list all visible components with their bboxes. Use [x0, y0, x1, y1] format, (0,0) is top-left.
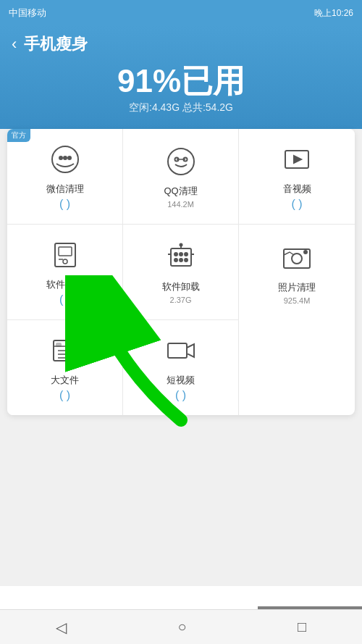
- uninstall-icon: [164, 240, 198, 275]
- svg-point-18: [174, 259, 177, 262]
- nav-recent-button[interactable]: □: [283, 613, 321, 641]
- uninstall-label: 软件卸载: [162, 280, 200, 293]
- svg-point-24: [180, 244, 182, 246]
- svg-point-15: [174, 253, 177, 256]
- uninstall-size: 2.37G: [170, 296, 192, 304]
- cache-label: 软件缓存: [46, 278, 84, 291]
- media-icon: [279, 142, 314, 177]
- grid-item-qq[interactable]: QQ清理 144.2M: [123, 129, 239, 225]
- header: ‹ 手机瘦身 91%已用 空闲:4.43G 总共:54.2G: [0, 26, 362, 129]
- photo-label: 照片清理: [278, 281, 316, 294]
- svg-point-17: [185, 253, 188, 256]
- qq-label: QQ清理: [164, 185, 197, 198]
- grid-item-photo[interactable]: 照片清理 925.4M: [239, 225, 355, 320]
- back-button[interactable]: ‹: [12, 35, 17, 54]
- svg-point-2: [64, 156, 67, 159]
- svg-rect-14: [171, 248, 191, 266]
- svg-point-12: [63, 259, 67, 264]
- svg-point-20: [185, 259, 188, 262]
- qq-icon: [164, 144, 198, 179]
- nav-back-button[interactable]: ◁: [41, 613, 81, 642]
- usage-detail: 空闲:4.43G 总共:54.2G: [12, 101, 350, 114]
- svg-point-1: [59, 156, 62, 159]
- nav-home-button[interactable]: ○: [163, 613, 201, 641]
- grid-item-shortvideo[interactable]: 短视频 ( ): [123, 320, 239, 415]
- svg-point-27: [304, 251, 307, 254]
- status-bar: 中国移动 晚上10:26: [0, 0, 362, 26]
- bottom-area: 春番游戏网 www.czcnxy.com ◁ ○ □: [0, 586, 362, 644]
- bigfile-loading: ( ): [59, 389, 70, 402]
- media-loading: ( ): [291, 198, 302, 211]
- grid-item-wechat[interactable]: 官方 微信清理 ( ): [7, 129, 123, 225]
- wechat-label: 微信清理: [46, 183, 84, 196]
- time-text: 晚上10:26: [314, 7, 353, 20]
- photo-icon: [279, 241, 314, 275]
- qq-size: 144.2M: [167, 200, 194, 209]
- cache-loading: ( ): [59, 293, 70, 306]
- svg-rect-11: [59, 247, 72, 256]
- media-label: 音视频: [283, 183, 311, 196]
- shortvideo-label: 短视频: [167, 374, 195, 387]
- shortvideo-loading: ( ): [175, 389, 186, 402]
- shortvideo-icon: [164, 333, 198, 368]
- svg-rect-34: [168, 343, 187, 358]
- grid-item-bigfile[interactable]: 大文件 ( ): [7, 320, 123, 415]
- svg-point-3: [68, 156, 71, 159]
- cache-icon: [48, 238, 83, 272]
- bigfile-icon: [48, 333, 83, 368]
- navigation-bar: ◁ ○ □: [0, 609, 362, 644]
- page-title: 手机瘦身: [24, 33, 88, 55]
- carrier-text: 中国移动: [9, 7, 46, 20]
- grid-item-uninstall[interactable]: 软件卸载 2.37G: [123, 225, 239, 320]
- photo-size: 925.4M: [284, 296, 311, 305]
- grid-item-cache[interactable]: 软件缓存 ( ): [7, 225, 123, 320]
- svg-marker-9: [294, 156, 301, 163]
- svg-point-16: [180, 253, 182, 256]
- feature-grid: 官方 微信清理 ( ): [7, 129, 355, 415]
- header-top: ‹ 手机瘦身: [12, 33, 350, 55]
- feature-grid-container: 官方 微信清理 ( ): [7, 129, 355, 415]
- svg-rect-30: [56, 343, 61, 346]
- grid-item-media[interactable]: 音视频 ( ): [239, 129, 355, 225]
- bigfile-label: 大文件: [51, 374, 79, 387]
- wechat-icon: [48, 142, 83, 177]
- wechat-loading: ( ): [59, 198, 70, 211]
- svg-point-4: [168, 149, 194, 175]
- official-badge: 官方: [7, 129, 30, 142]
- svg-point-19: [180, 259, 182, 262]
- usage-percent: 91%已用: [12, 64, 350, 99]
